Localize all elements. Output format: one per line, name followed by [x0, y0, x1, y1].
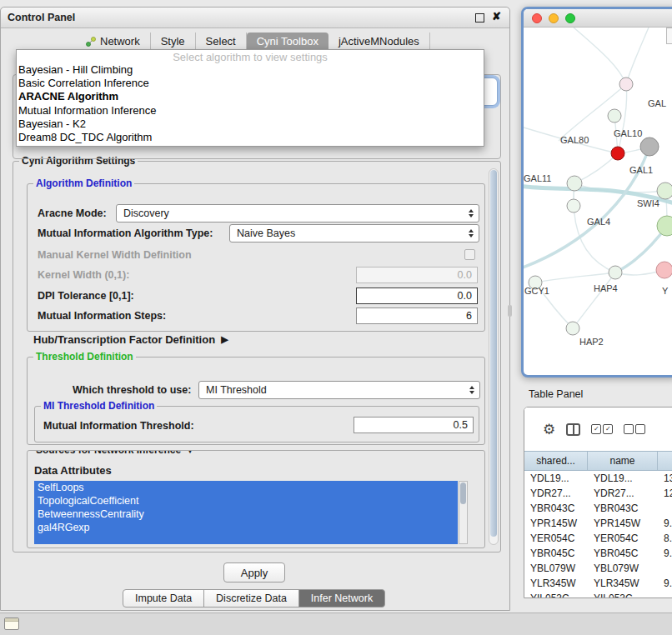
network-node[interactable]	[611, 147, 624, 160]
threshold-definition-title: Threshold Definition	[33, 351, 136, 362]
list-item[interactable]: TopologicalCoefficient	[34, 494, 458, 508]
kernel-width-label: Kernel Width (0,1):	[38, 269, 129, 281]
network-node[interactable]	[640, 138, 659, 156]
network-node[interactable]	[567, 199, 580, 212]
network-node[interactable]	[566, 322, 579, 335]
table-header[interactable]: shared... name	[524, 451, 672, 471]
column-header-shared[interactable]: shared...	[524, 452, 588, 470]
mi-threshold-group-title: MI Threshold Definition	[41, 400, 157, 412]
algorithm-option[interactable]: Basic Correlation Inference	[17, 77, 484, 90]
algorithm-dropdown-list: Bayesian - Hill ClimbingBasic Correlatio…	[17, 63, 484, 144]
checked-boxes-icon[interactable]: ✓✓	[591, 424, 613, 434]
mi-threshold-field[interactable]: 0.5	[354, 417, 474, 433]
list-item[interactable]: BetweennessCentrality	[34, 508, 458, 521]
sources-group-title[interactable]: Sources for Network Inference ▼	[33, 450, 197, 456]
tab-impute-data[interactable]: Impute Data	[123, 589, 204, 608]
table-row[interactable]: YDR27...YDR27...12	[524, 486, 672, 501]
table-row[interactable]: YLR345WYLR345W9.	[524, 576, 672, 591]
network-svg[interactable]: GALGAL80GAL10GAL11GAL1SWI4GAL4GCY1HAP4YH…	[524, 28, 672, 361]
bottom-dock-strip	[0, 612, 672, 635]
aracne-mode-label: Aracne Mode:	[38, 208, 107, 219]
tab-style[interactable]: Style	[151, 32, 196, 50]
table-row[interactable]: YDL19...YDL19...13	[524, 471, 672, 486]
panel-resize-handle[interactable]	[508, 305, 512, 317]
table-cell: YIL053C	[524, 591, 588, 598]
table-row[interactable]: YBL079WYBL079W	[524, 561, 672, 576]
tab-jactivemnodules[interactable]: jActiveMNodules	[328, 32, 430, 50]
network-window-titlebar[interactable]	[524, 9, 672, 28]
algorithm-option[interactable]: ARACNE Algorithm	[17, 90, 484, 103]
column-header-extra[interactable]	[658, 452, 672, 470]
table-cell: YIL053C	[588, 591, 658, 598]
table-cell: 12	[658, 486, 672, 501]
unchecked-boxes-icon[interactable]	[624, 424, 645, 434]
kernel-width-field[interactable]: 0.0	[356, 267, 478, 283]
network-node[interactable]	[657, 182, 672, 199]
network-node[interactable]	[608, 109, 621, 122]
list-item-partial[interactable]	[34, 534, 458, 544]
table-row[interactable]: YER054CYER054C8.	[524, 531, 672, 546]
tab-network[interactable]: Network	[76, 32, 151, 50]
tab-cyni-toolbox[interactable]: Cyni Toolbox	[247, 32, 328, 50]
zoom-button[interactable]	[565, 13, 575, 23]
network-node[interactable]	[567, 176, 582, 191]
table-cell: 9.	[658, 576, 672, 591]
desktop: Control Panel ✘ Network Style Select Cyn…	[0, 0, 672, 635]
network-canvas[interactable]: GALGAL80GAL10GAL11GAL1SWI4GAL4GCY1HAP4YH…	[524, 28, 672, 361]
scrollbar-thumb[interactable]	[490, 170, 497, 537]
tab-label: Cyni Toolbox	[257, 35, 318, 48]
control-panel-titlebar[interactable]: Control Panel ✘	[1, 8, 509, 28]
table-row[interactable]: YBR045CYBR045C9.	[524, 546, 672, 561]
column-header-name[interactable]: name	[588, 452, 658, 470]
table-row[interactable]: YBR043CYBR043C	[524, 501, 672, 516]
list-scrollbar[interactable]	[459, 481, 468, 544]
network-node[interactable]	[619, 78, 633, 91]
table-cell: YLR345W	[524, 576, 588, 591]
settings-gear-icon[interactable]: ⚙	[543, 422, 555, 437]
algorithm-option[interactable]: Bayesian - Hill Climbing	[17, 63, 484, 77]
manual-kernel-label: Manual Kernel Width Definition	[38, 249, 192, 261]
network-node[interactable]	[656, 262, 672, 278]
table-row[interactable]: YIL053CYIL053C	[524, 591, 672, 598]
table-cell: 13	[658, 471, 672, 486]
list-item[interactable]: SelfLoops	[34, 481, 458, 494]
columns-icon[interactable]	[566, 423, 580, 436]
tab-select[interactable]: Select	[196, 32, 247, 50]
minimized-window-icon[interactable]	[4, 618, 19, 630]
algorithm-option[interactable]: Bayesian - K2	[17, 118, 484, 131]
chevron-down-icon: ▼	[186, 450, 194, 455]
list-item[interactable]: gal4RGexp	[34, 521, 458, 534]
table-row[interactable]: YPR145WYPR145W9.	[524, 516, 672, 531]
algorithm-option[interactable]: Mutual Information Inference	[17, 104, 484, 118]
apply-button[interactable]: Apply	[223, 562, 285, 582]
hub-definition-toggle[interactable]: Hub/Transcription Factor Definition ▶	[33, 333, 228, 346]
network-tab-icon	[86, 37, 96, 47]
data-attributes-list[interactable]: SelfLoopsTopologicalCoefficientBetweenne…	[34, 481, 458, 544]
close-icon[interactable]: ✘	[492, 11, 501, 22]
tab-label: Select	[206, 35, 236, 48]
mi-type-select[interactable]: Naive Bayes	[229, 224, 479, 242]
scrollbar-thumb[interactable]	[460, 482, 466, 504]
mi-type-label: Mutual Information Algorithm Type:	[38, 228, 213, 239]
algorithm-option[interactable]: Dream8 DC_TDC Algorithm	[17, 131, 484, 144]
network-node[interactable]	[609, 266, 622, 279]
close-button[interactable]	[532, 13, 542, 23]
network-node-label: Y	[662, 286, 669, 296]
mi-steps-label: Mutual Information Steps:	[38, 310, 166, 322]
which-threshold-select[interactable]: MI Threshold	[198, 381, 480, 399]
tab-infer-network[interactable]: Infer Network	[298, 589, 385, 608]
table-body: YDL19...YDL19...13YDR27...YDR27...12YBR0…	[524, 471, 672, 598]
settings-scrollbar[interactable]	[489, 168, 499, 545]
aracne-mode-select[interactable]: Discovery	[116, 204, 479, 222]
manual-kernel-checkbox[interactable]	[464, 249, 475, 260]
minimize-button[interactable]	[549, 13, 559, 23]
network-node-label: SWI4	[637, 198, 659, 208]
algorithm-dropdown[interactable]: Select algorithm to view settings Bayesi…	[16, 49, 484, 147]
dpi-tolerance-field[interactable]: 0.0	[356, 288, 478, 304]
tab-discretize-data[interactable]: Discretize Data	[203, 589, 299, 608]
network-node[interactable]	[657, 216, 672, 236]
float-window-icon[interactable]	[475, 13, 484, 22]
network-node-label: GCY1	[524, 286, 549, 296]
mi-steps-field[interactable]: 6	[356, 308, 478, 324]
network-scrollbar-button[interactable]	[666, 28, 672, 44]
